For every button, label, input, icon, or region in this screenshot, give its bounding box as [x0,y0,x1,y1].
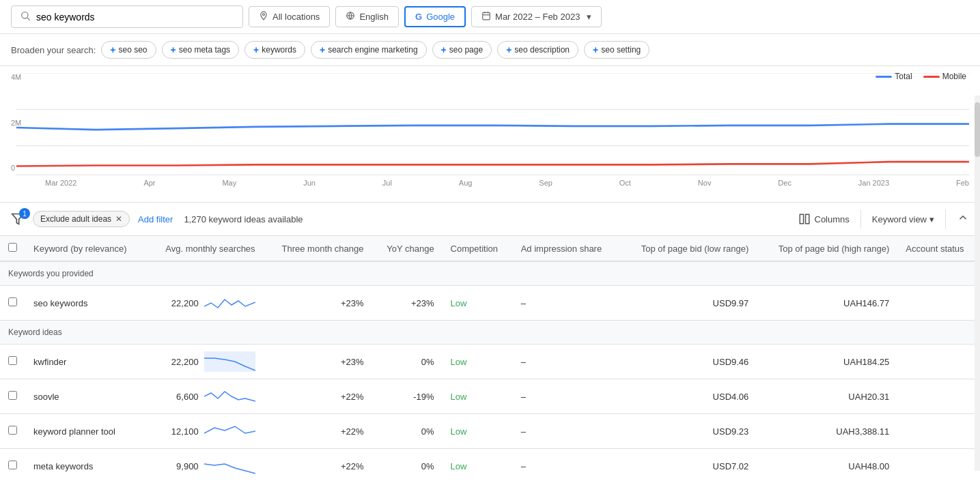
yoy-cell: 0% [372,345,443,379]
yoy-cell: 0% [372,414,443,449]
x-label-sep: Sep [539,179,552,187]
add-filter-button[interactable]: Add filter [138,214,173,224]
divider [860,209,861,229]
header-avg-monthly[interactable]: Avg. monthly searches [146,236,263,261]
row-checkbox[interactable] [8,391,17,400]
keyword-count: 1,270 keyword ideas available [184,214,303,224]
plus-icon: + [441,44,447,55]
search-box[interactable] [11,5,243,28]
header-top-bid-low[interactable]: Top of page bid (low range) [620,236,757,261]
x-label-nov: Nov [698,179,712,187]
row-checkbox[interactable] [8,297,17,306]
columns-label: Columns [815,214,850,224]
search-engine-label: Google [426,12,455,22]
location-icon [259,11,268,23]
sparkline [204,456,255,476]
select-all-checkbox[interactable] [8,243,17,252]
yoy-cell: 0% [372,449,443,482]
table-body: Keywords you provided seo keywords 22,20… [0,261,980,482]
chart-area: Total Mobile 4M 2M 0 Mar 2022 Apr [0,66,980,203]
header-keyword[interactable]: Keyword (by relevance) [25,236,146,261]
language-button[interactable]: English [335,6,399,27]
svg-line-1 [27,18,30,20]
location-button[interactable]: All locations [249,6,330,27]
exclude-close-button[interactable]: ✕ [115,214,122,224]
row-checkbox-cell[interactable] [0,414,25,449]
chip-seo-meta-tags[interactable]: + seo meta tags [162,41,240,59]
date-range-button[interactable]: Mar 2022 – Feb 2023 ▾ [471,6,602,27]
scrollbar[interactable] [975,96,980,471]
header-checkbox[interactable] [0,236,25,261]
top-bid-low-cell: USD9.97 [620,286,757,321]
chip-label: seo meta tags [179,45,230,55]
header-competition[interactable]: Competition [443,236,513,261]
yoy-cell: +23% [372,286,443,321]
account-status-cell [897,286,980,321]
chip-label: keywords [262,45,296,55]
chart-svg [16,73,969,182]
competition-cell: Low [443,286,513,321]
row-checkbox-cell[interactable] [0,345,25,379]
ad-impression-cell: – [513,449,620,482]
exclude-adult-chip: Exclude adult ideas ✕ [33,211,130,227]
row-checkbox[interactable] [8,426,17,435]
top-bid-high-cell: UAH184.25 [757,345,897,379]
x-label-aug: Aug [459,179,473,187]
x-label-apr: Apr [143,179,155,187]
columns-button[interactable]: Columns [798,213,850,225]
sparkline [204,421,255,441]
header-three-month[interactable]: Three month change [264,236,372,261]
account-status-cell [897,449,980,482]
chip-label: seo description [514,45,570,55]
keyword-table-container: Keyword (by relevance) Avg. monthly sear… [0,236,980,482]
chip-seo-seo[interactable]: + seo seo [101,41,156,59]
section-ideas-header: Keyword ideas [0,321,980,345]
row-checkbox[interactable] [8,356,17,365]
search-input[interactable] [36,12,234,23]
top-bid-low-cell: USD4.06 [620,379,757,414]
filter-button[interactable]: 1 [11,212,25,226]
avg-monthly-cell: 22,200 [146,286,263,320]
ad-impression-cell: – [513,414,620,449]
sparkline [204,293,255,313]
header-account-status[interactable]: Account status [897,236,980,261]
svg-rect-13 [800,214,803,224]
competition-cell: Low [443,414,513,449]
chip-seo-page[interactable]: + seo page [432,41,492,59]
header-yoy[interactable]: YoY change [372,236,443,261]
x-label-may: May [222,179,236,187]
avg-monthly-cell: 9,900 [146,449,263,482]
total-legend-line [876,76,892,78]
chip-keywords[interactable]: + keywords [244,41,305,59]
filter-badge: 1 [19,208,30,219]
top-bid-high-cell: UAH20.31 [757,379,897,414]
table-row: seo keywords 22,200 +23% +23% Low – USD9… [0,286,980,321]
table-header: Keyword (by relevance) Avg. monthly sear… [0,236,980,261]
row-checkbox-cell[interactable] [0,449,25,482]
divider2 [945,209,946,229]
chart-legend: Total Mobile [876,72,966,81]
ad-impression-cell: – [513,286,620,321]
row-checkbox[interactable] [8,461,17,469]
scrollbar-thumb[interactable] [975,102,980,157]
row-checkbox-cell[interactable] [0,286,25,321]
keyword-view-button[interactable]: Keyword view ▾ [872,214,934,224]
header-top-bid-high[interactable]: Top of page bid (high range) [757,236,897,261]
language-icon [346,11,355,23]
x-label-jul: Jul [382,179,392,187]
search-icon [20,10,31,23]
header-ad-impression[interactable]: Ad impression share [513,236,620,261]
account-status-cell [897,379,980,414]
collapse-button[interactable] [957,211,969,227]
chip-search-engine-marketing[interactable]: + search engine marketing [311,41,427,59]
location-label: All locations [272,12,320,22]
search-engine-button[interactable]: G Google [404,6,466,27]
chip-seo-setting[interactable]: + seo setting [584,41,649,59]
competition-cell: Low [443,449,513,482]
x-label-dec: Dec [778,179,792,187]
filter-bar: 1 Exclude adult ideas ✕ Add filter 1,270… [0,203,980,236]
chip-seo-description[interactable]: + seo description [497,41,578,59]
competition-cell: Low [443,379,513,414]
top-bid-low-cell: USD9.46 [620,345,757,379]
row-checkbox-cell[interactable] [0,379,25,414]
